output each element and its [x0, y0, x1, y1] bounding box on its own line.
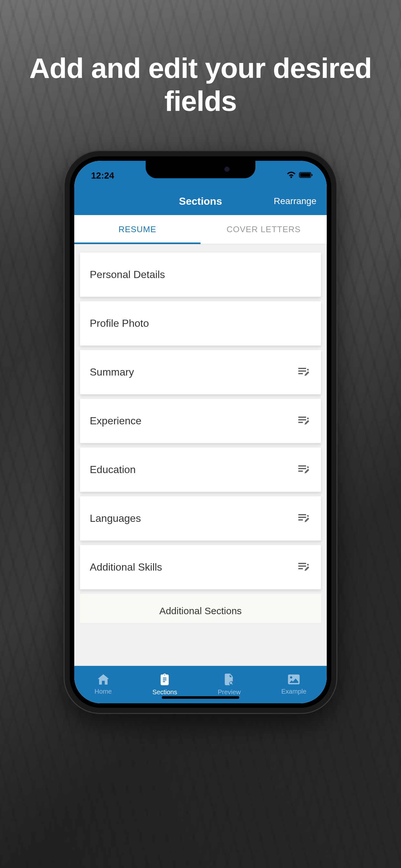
- section-label: Education: [90, 464, 135, 476]
- battery-icon: [299, 172, 313, 180]
- section-education[interactable]: Education: [80, 447, 321, 492]
- section-label: Summary: [90, 366, 134, 378]
- edit-icon[interactable]: [298, 415, 311, 427]
- edit-icon[interactable]: [298, 464, 311, 476]
- edit-icon[interactable]: [298, 562, 311, 573]
- svg-rect-2: [312, 174, 312, 176]
- nav-example[interactable]: Example: [281, 674, 306, 695]
- nav-label: Sections: [152, 688, 177, 696]
- nav-label: Example: [281, 688, 306, 695]
- app-header: Sections Rearrange: [74, 187, 327, 215]
- rearrange-button[interactable]: Rearrange: [274, 196, 316, 206]
- section-additional-skills[interactable]: Additional Skills: [80, 545, 321, 589]
- nav-sections[interactable]: Sections: [152, 674, 177, 696]
- phone-mockup: 12:24 Sections Rearrange RESUME: [65, 151, 336, 713]
- nav-label: Home: [95, 688, 112, 695]
- section-languages[interactable]: Languages: [80, 496, 321, 540]
- nav-preview[interactable]: Preview: [218, 674, 241, 696]
- clipboard-icon: [159, 674, 170, 686]
- edit-icon[interactable]: [298, 513, 311, 524]
- wifi-icon: [287, 172, 296, 180]
- tab-cover-letters[interactable]: COVER LETTERS: [201, 215, 327, 244]
- document-search-icon: [224, 674, 235, 686]
- additional-sections-header: Additional Sections: [80, 594, 321, 623]
- nav-label: Preview: [218, 688, 241, 696]
- header-title: Sections: [179, 195, 222, 207]
- sections-list: Personal Details Profile Photo Summary E…: [74, 244, 327, 666]
- section-experience[interactable]: Experience: [80, 399, 321, 443]
- tab-resume-label: RESUME: [119, 224, 156, 235]
- svg-rect-1: [300, 173, 310, 177]
- section-label: Personal Details: [90, 269, 165, 281]
- section-profile-photo[interactable]: Profile Photo: [80, 301, 321, 345]
- tab-cover-letters-label: COVER LETTERS: [227, 224, 301, 235]
- home-icon: [97, 674, 109, 686]
- section-label: Languages: [90, 513, 141, 524]
- tab-resume[interactable]: RESUME: [74, 215, 201, 244]
- section-label: Profile Photo: [90, 317, 149, 330]
- edit-icon[interactable]: [298, 367, 311, 378]
- phone-notch: [146, 161, 255, 178]
- section-label: Additional Skills: [90, 561, 162, 573]
- section-personal-details[interactable]: Personal Details: [80, 252, 321, 297]
- tabs-bar: RESUME COVER LETTERS: [74, 215, 327, 244]
- nav-home[interactable]: Home: [95, 674, 112, 695]
- image-icon: [288, 674, 300, 686]
- home-indicator[interactable]: [162, 696, 239, 699]
- promo-headline: Add and edit your desired fields: [0, 52, 401, 118]
- status-time: 12:24: [91, 170, 114, 181]
- section-label: Experience: [90, 415, 142, 427]
- section-summary[interactable]: Summary: [80, 350, 321, 394]
